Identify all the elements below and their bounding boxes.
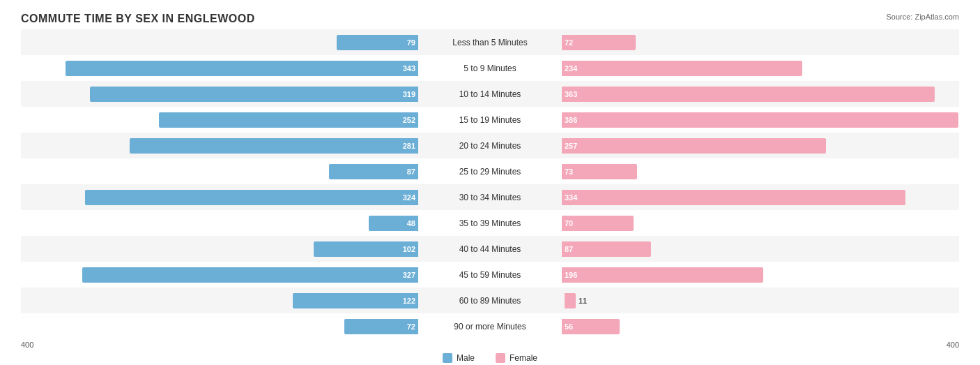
female-bar: 56	[562, 319, 620, 334]
legend-male: Male	[443, 353, 475, 363]
right-section: 363	[562, 81, 959, 107]
chart-row: 324 30 to 34 Minutes 334	[21, 184, 959, 210]
left-section: 327	[21, 262, 418, 288]
legend: Male Female	[21, 353, 959, 363]
female-value: 196	[565, 271, 577, 279]
chart-title: COMMUTE TIME BY SEX IN ENGLEWOOD	[21, 13, 959, 25]
row-label: 60 to 89 Minutes	[418, 296, 562, 306]
right-section: 56	[562, 313, 959, 339]
chart-row: 343 5 to 9 Minutes 234	[21, 55, 959, 81]
legend-male-box	[443, 353, 452, 363]
legend-female: Female	[496, 353, 537, 363]
chart-row: 122 60 to 89 Minutes 11	[21, 288, 959, 313]
left-section: 324	[21, 184, 418, 210]
male-bar: 122	[293, 293, 418, 308]
left-section: 102	[21, 236, 418, 262]
left-section: 281	[21, 133, 418, 158]
female-value: 73	[565, 167, 573, 176]
female-bar: 87	[562, 241, 651, 257]
male-value: 87	[407, 167, 415, 176]
legend-male-label: Male	[457, 353, 475, 363]
right-section: 73	[562, 158, 959, 184]
axis-container: 400 400	[21, 339, 959, 350]
row-label: 90 or more Minutes	[418, 322, 562, 332]
female-bar: 363	[562, 87, 935, 102]
row-label: 25 to 29 Minutes	[418, 167, 562, 177]
left-section: 72	[21, 313, 418, 339]
right-section: 72	[562, 29, 959, 55]
male-value: 122	[403, 297, 415, 305]
row-label: 15 to 19 Minutes	[418, 115, 562, 125]
chart-container: COMMUTE TIME BY SEX IN ENGLEWOOD Source:…	[0, 0, 980, 365]
chart-row: 252 15 to 19 Minutes 386	[21, 107, 959, 133]
chart-row: 102 40 to 44 Minutes 87	[21, 236, 959, 262]
female-value: 363	[565, 90, 577, 98]
female-value: 56	[565, 322, 573, 331]
right-section: 87	[562, 236, 959, 262]
male-value: 319	[403, 90, 415, 98]
right-section: 257	[562, 133, 959, 158]
row-label: 40 to 44 Minutes	[418, 244, 562, 254]
female-value: 386	[565, 116, 577, 124]
left-section: 79	[21, 29, 418, 55]
male-value: 343	[403, 64, 415, 73]
axis-max-label: 400	[947, 341, 959, 349]
right-section: 196	[562, 262, 959, 288]
axis-min-label: 400	[21, 341, 33, 349]
left-section: 122	[21, 288, 418, 313]
female-bar: 386	[562, 112, 958, 128]
male-bar: 252	[159, 112, 418, 128]
left-section: 343	[21, 55, 418, 81]
left-section: 87	[21, 158, 418, 184]
right-section: 234	[562, 55, 959, 81]
male-bar: 72	[344, 319, 418, 334]
left-section: 48	[21, 210, 418, 236]
left-section: 319	[21, 81, 418, 107]
female-value: 72	[565, 38, 573, 47]
male-bar: 327	[82, 267, 418, 283]
male-value: 324	[403, 193, 415, 202]
row-label: 45 to 59 Minutes	[418, 270, 562, 280]
male-bar: 102	[314, 241, 418, 257]
male-value: 102	[403, 245, 415, 253]
legend-female-box	[496, 353, 505, 363]
female-bar: 73	[562, 164, 637, 179]
male-bar: 343	[66, 61, 418, 76]
female-bar: 72	[562, 35, 636, 50]
chart-row: 319 10 to 14 Minutes 363	[21, 81, 959, 107]
female-bar: 257	[562, 138, 826, 154]
female-value: 87	[565, 245, 573, 253]
female-bar: 196	[562, 267, 763, 283]
female-value: 70	[565, 219, 573, 228]
row-label: 20 to 24 Minutes	[418, 141, 562, 151]
female-value: 257	[565, 142, 577, 150]
male-bar: 48	[369, 216, 418, 231]
male-value: 72	[407, 322, 415, 331]
row-label: Less than 5 Minutes	[418, 38, 562, 47]
female-value: 11	[579, 297, 587, 305]
female-bar: 334	[562, 190, 905, 205]
source-text: Source: ZipAtlas.com	[886, 13, 959, 21]
chart-row: 48 35 to 39 Minutes 70	[21, 210, 959, 236]
chart-row: 281 20 to 24 Minutes 257	[21, 133, 959, 158]
right-section: 70	[562, 210, 959, 236]
row-label: 35 to 39 Minutes	[418, 218, 562, 228]
female-bar: 234	[562, 61, 802, 76]
female-value: 234	[565, 64, 577, 73]
male-value: 252	[403, 116, 415, 124]
male-bar: 319	[90, 87, 418, 102]
right-section: 11	[562, 288, 959, 313]
male-value: 327	[403, 271, 415, 279]
row-label: 10 to 14 Minutes	[418, 89, 562, 99]
chart-area: 79 Less than 5 Minutes 72 343 5 to 9 Min…	[21, 29, 959, 339]
row-label: 30 to 34 Minutes	[418, 193, 562, 202]
row-label: 5 to 9 Minutes	[418, 64, 562, 73]
chart-row: 72 90 or more Minutes 56	[21, 313, 959, 339]
male-bar: 87	[329, 164, 418, 179]
female-bar: 70	[562, 216, 634, 231]
female-bar	[565, 293, 576, 308]
chart-row: 87 25 to 29 Minutes 73	[21, 158, 959, 184]
right-section: 334	[562, 184, 959, 210]
chart-row: 79 Less than 5 Minutes 72	[21, 29, 959, 55]
left-section: 252	[21, 107, 418, 133]
